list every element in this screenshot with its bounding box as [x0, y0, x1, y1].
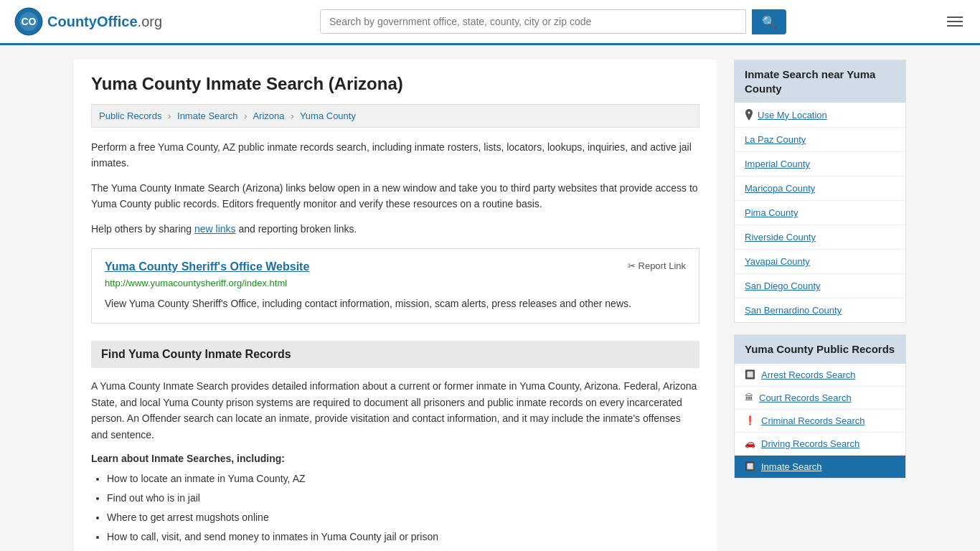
sidebar-court-records[interactable]: 🏛 Court Records Search	[735, 387, 905, 410]
hamburger-icon-2	[947, 21, 963, 22]
header: CO CountyOffice.org 🔍	[0, 0, 980, 45]
main-container: Yuma County Inmate Search (Arizona) Publ…	[60, 45, 920, 551]
intro-paragraph-1: Perform a free Yuma County, AZ public in…	[91, 139, 699, 171]
content: Yuma County Inmate Search (Arizona) Publ…	[74, 60, 717, 551]
find-records-header: Find Yuma County Inmate Records	[91, 341, 699, 368]
bullet-item-2: Find out who is in jail	[107, 491, 699, 506]
sidebar-item-imperial[interactable]: Imperial County	[735, 152, 905, 176]
bullet-item-3: Where to get arrest mugshots online	[107, 510, 699, 525]
find-section: Find Yuma County Inmate Records A Yuma C…	[91, 341, 699, 551]
search-icon: 🔍	[762, 16, 776, 28]
breadcrumb-public-records[interactable]: Public Records	[99, 110, 161, 121]
sheriff-description: View Yuma County Sheriff's Office, inclu…	[105, 296, 686, 311]
driving-records-link[interactable]: Driving Records Search	[761, 438, 859, 449]
sidebar-criminal-records[interactable]: ❗ Criminal Records Search	[735, 410, 905, 433]
sidebar: Inmate Search near Yuma County Use My Lo…	[734, 60, 906, 551]
hamburger-icon	[947, 17, 963, 18]
logo-icon: CO	[14, 7, 43, 36]
sidebar-records-section: Yuma County Public Records 🔲 Arrest Reco…	[734, 334, 906, 479]
san-bernardino-county-link[interactable]: San Bernardino County	[745, 305, 842, 316]
location-pin-icon	[745, 109, 753, 121]
sidebar-inmate-search[interactable]: 🔲 Inmate Search	[735, 456, 905, 478]
criminal-records-link[interactable]: Criminal Records Search	[761, 415, 865, 426]
intro-para3-post: and reporting broken links.	[236, 223, 357, 235]
maricopa-county-link[interactable]: Maricopa County	[745, 183, 815, 194]
criminal-records-icon: ❗	[745, 415, 755, 425]
intro-para3-pre: Help others by sharing	[91, 223, 194, 235]
sidebar-item-riverside[interactable]: Riverside County	[735, 225, 905, 250]
logo-area: CO CountyOffice.org	[14, 7, 162, 36]
menu-button[interactable]	[944, 14, 966, 29]
sheriff-card: Yuma County Sheriff's Office Website ✂ R…	[91, 248, 699, 324]
intro-paragraph-2: The Yuma County Inmate Search (Arizona) …	[91, 180, 699, 212]
sidebar-arrest-records[interactable]: 🔲 Arrest Records Search	[735, 364, 905, 387]
scissors-icon: ✂	[628, 260, 636, 271]
court-records-icon: 🏛	[745, 392, 753, 402]
sidebar-item-san-bernardino[interactable]: San Bernardino County	[735, 298, 905, 322]
sidebar-item-la-paz[interactable]: La Paz County	[735, 128, 905, 152]
search-button[interactable]: 🔍	[752, 9, 786, 34]
sidebar-item-san-diego[interactable]: San Diego County	[735, 274, 905, 298]
sidebar-driving-records[interactable]: 🚗 Driving Records Search	[735, 433, 905, 456]
intro-paragraph-3: Help others by sharing new links and rep…	[91, 221, 699, 237]
bullet-item-4: How to call, visit, and send money to in…	[107, 529, 699, 545]
la-paz-county-link[interactable]: La Paz County	[745, 134, 806, 145]
riverside-county-link[interactable]: Riverside County	[745, 232, 816, 242]
arrest-records-icon: 🔲	[745, 369, 755, 380]
breadcrumb-sep-2: ›	[244, 110, 247, 121]
hamburger-icon-3	[947, 25, 963, 27]
logo-text: CountyOffice.org	[47, 14, 162, 30]
sidebar-nearby-section: Inmate Search near Yuma County Use My Lo…	[734, 60, 906, 323]
new-links-link[interactable]: new links	[194, 223, 236, 235]
learn-header: Learn about Inmate Searches, including:	[91, 453, 699, 464]
sidebar-item-pima[interactable]: Pima County	[735, 201, 905, 225]
breadcrumb-arizona[interactable]: Arizona	[253, 110, 284, 121]
inmate-search-icon: 🔲	[745, 461, 755, 471]
bullet-item-1: How to locate an inmate in Yuma County, …	[107, 471, 699, 486]
sheriff-office-link[interactable]: Yuma County Sheriff's Office Website	[105, 260, 309, 273]
driving-records-icon: 🚗	[745, 438, 755, 448]
imperial-county-link[interactable]: Imperial County	[745, 159, 810, 169]
sidebar-item-yavapai[interactable]: Yavapai County	[735, 250, 905, 274]
breadcrumb-inmate-search[interactable]: Inmate Search	[177, 110, 238, 121]
sheriff-url[interactable]: http://www.yumacountysheriff.org/index.h…	[105, 278, 686, 288]
sidebar-use-location[interactable]: Use My Location	[735, 103, 905, 128]
court-records-link[interactable]: Court Records Search	[759, 392, 852, 403]
inmate-search-link[interactable]: Inmate Search	[761, 461, 822, 472]
breadcrumb: Public Records › Inmate Search › Arizona…	[91, 104, 699, 128]
breadcrumb-sep-3: ›	[291, 110, 293, 121]
find-records-text: A Yuma County Inmate Search provides det…	[91, 378, 699, 443]
search-area: 🔍	[320, 9, 786, 34]
sidebar-records-header: Yuma County Public Records	[735, 335, 905, 364]
arrest-records-link[interactable]: Arrest Records Search	[761, 369, 856, 380]
sidebar-item-maricopa[interactable]: Maricopa County	[735, 176, 905, 201]
page-title: Yuma County Inmate Search (Arizona)	[91, 74, 699, 94]
sidebar-nearby-header: Inmate Search near Yuma County	[735, 60, 905, 103]
bullet-list: How to locate an inmate in Yuma County, …	[91, 471, 699, 551]
use-location-link[interactable]: Use My Location	[758, 110, 827, 121]
svg-text:CO: CO	[22, 16, 37, 27]
yavapai-county-link[interactable]: Yavapai County	[745, 256, 810, 267]
report-link-label: Report Link	[639, 260, 686, 271]
search-input[interactable]	[320, 9, 746, 34]
breadcrumb-yuma-county[interactable]: Yuma County	[300, 110, 356, 121]
report-link-button[interactable]: ✂ Report Link	[628, 260, 686, 271]
san-diego-county-link[interactable]: San Diego County	[745, 281, 821, 291]
pima-county-link[interactable]: Pima County	[745, 207, 798, 218]
breadcrumb-sep-1: ›	[168, 110, 171, 121]
